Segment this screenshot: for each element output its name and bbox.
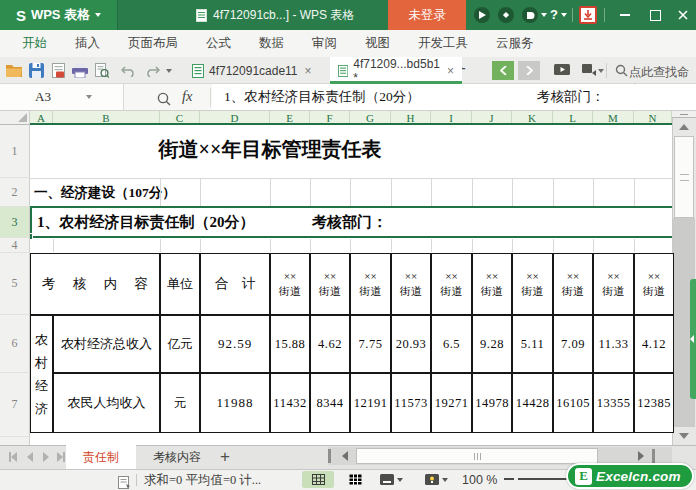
print-preview-icon[interactable]: [92, 61, 112, 80]
undo-icon[interactable]: [118, 61, 138, 80]
street-header-cell[interactable]: ××街道: [270, 253, 310, 315]
cell-a2-section[interactable]: 一、经济建设（107分）: [34, 180, 176, 206]
open-folder-icon[interactable]: [4, 61, 24, 80]
vertical-scroll-thumb[interactable]: [674, 136, 694, 218]
tab-list-icon[interactable]: [552, 61, 572, 80]
name-box-caret-icon[interactable]: [86, 95, 92, 99]
header-cell-total[interactable]: 合 计: [200, 253, 270, 315]
select-all-corner[interactable]: [0, 111, 30, 125]
row-header-4[interactable]: 4: [0, 238, 30, 253]
menu-item-视图[interactable]: 视图: [351, 30, 404, 57]
cell-a3-text[interactable]: 1、农村经济目标责任制（20分）: [37, 210, 255, 234]
close-button[interactable]: [670, 0, 696, 30]
normal-view-button[interactable]: [302, 471, 334, 488]
scroll-down-button[interactable]: [674, 429, 694, 443]
street-header-cell[interactable]: ××街道: [350, 253, 391, 315]
scroll-tabs-left-button[interactable]: [492, 61, 514, 80]
header-cell-unit[interactable]: 单位: [160, 253, 200, 315]
scrollbar-split-handle[interactable]: [672, 111, 696, 118]
menu-item-插入[interactable]: 插入: [61, 30, 114, 57]
street-header-cell[interactable]: ××街道: [512, 253, 553, 315]
cell-a1-title[interactable]: 街道××年目标管理责任表: [30, 133, 510, 165]
name-cell[interactable]: 农村经济总收入: [53, 315, 160, 373]
menu-item-公式[interactable]: 公式: [192, 30, 245, 57]
menu-item-云服务[interactable]: 云服务: [482, 30, 548, 57]
group-cell[interactable]: 农 村 经 济: [30, 315, 53, 433]
redo-icon[interactable]: [142, 61, 162, 80]
close-tab-icon[interactable]: ×: [305, 64, 312, 78]
value-cell[interactable]: 7.75: [350, 315, 391, 373]
street-header-cell[interactable]: ××街道: [553, 253, 593, 315]
street-header-cell[interactable]: ××街道: [391, 253, 431, 315]
manage-tabs-icon[interactable]: [579, 61, 599, 80]
upgrade-icon[interactable]: [498, 7, 514, 23]
document-tab-2[interactable]: 4f71209...bd5b1 *×: [330, 57, 462, 84]
cell-a3-dept-text[interactable]: 考核部门：: [312, 210, 387, 234]
export-pdf-icon[interactable]: [48, 61, 68, 80]
menu-item-数据[interactable]: 数据: [245, 30, 298, 57]
value-cell[interactable]: 9.28: [472, 315, 512, 373]
scroll-left-button[interactable]: [338, 450, 352, 462]
street-header-cell[interactable]: ××街道: [472, 253, 512, 315]
close-tab-icon[interactable]: ×: [447, 64, 454, 78]
add-sheet-button[interactable]: +: [220, 445, 230, 469]
total-cell[interactable]: 11988: [200, 373, 270, 433]
save-icon[interactable]: [26, 61, 46, 80]
first-sheet-icon[interactable]: [6, 451, 20, 463]
prev-sheet-icon[interactable]: [24, 451, 36, 463]
menu-item-开发工具[interactable]: 开发工具: [404, 30, 482, 57]
scroll-up-button[interactable]: [674, 120, 694, 134]
next-sheet-icon[interactable]: [40, 451, 52, 463]
menu-item-页面布局[interactable]: 页面布局: [114, 30, 192, 57]
total-cell[interactable]: 92.59: [200, 315, 270, 373]
minimize-button[interactable]: [612, 0, 638, 30]
feedback-icon[interactable]: [474, 7, 490, 23]
value-cell[interactable]: 11432: [270, 373, 310, 433]
value-cell[interactable]: 11573: [391, 373, 431, 433]
street-header-cell[interactable]: ××街道: [310, 253, 350, 315]
value-cell[interactable]: 11.33: [593, 315, 634, 373]
magnifier-icon[interactable]: [154, 89, 174, 108]
zoom-slider[interactable]: [518, 478, 568, 480]
row-header-2[interactable]: 2: [0, 178, 30, 207]
menu-item-开始[interactable]: 开始: [8, 30, 61, 57]
toolbar-more-caret-icon[interactable]: [166, 69, 172, 73]
value-cell[interactable]: 19271: [431, 373, 472, 433]
name-cell[interactable]: 农民人均收入: [53, 373, 160, 433]
header-cell-content[interactable]: 考 核 内 容: [30, 253, 160, 315]
app-menu-button[interactable]: S WPS 表格: [0, 0, 118, 30]
skin-caret-icon[interactable]: [541, 13, 547, 17]
side-panel-tab[interactable]: [690, 279, 696, 399]
row-header-3[interactable]: 3: [0, 207, 30, 238]
sheet-tab-考核内容[interactable]: 考核内容: [138, 445, 216, 469]
tab-splitter-right[interactable]: [652, 449, 655, 463]
print-icon[interactable]: [70, 61, 90, 80]
help-icon[interactable]: ?: [550, 7, 558, 22]
skin-icon[interactable]: [522, 7, 538, 23]
value-cell[interactable]: 4.12: [634, 315, 674, 373]
row-header-5[interactable]: 5: [0, 253, 30, 315]
value-cell[interactable]: 4.62: [310, 315, 350, 373]
value-cell[interactable]: 13355: [593, 373, 634, 433]
value-cell[interactable]: 15.88: [270, 315, 310, 373]
value-cell[interactable]: 7.09: [553, 315, 593, 373]
unit-cell[interactable]: 元: [160, 373, 200, 433]
street-header-cell[interactable]: ××街道: [593, 253, 634, 315]
zoom-out-button[interactable]: [504, 478, 514, 480]
manage-tabs-caret-icon[interactable]: [598, 69, 604, 73]
value-cell[interactable]: 12385: [634, 373, 674, 433]
insert-function-icon[interactable]: fx: [182, 88, 192, 105]
reading-mode-button[interactable]: [420, 471, 452, 488]
cell-name-box[interactable]: A3: [0, 84, 124, 110]
value-cell[interactable]: 16105: [553, 373, 593, 433]
maximize-button[interactable]: [642, 0, 668, 30]
row-header-7[interactable]: 7: [0, 373, 30, 437]
horizontal-scroll-thumb[interactable]: [356, 448, 598, 464]
value-cell[interactable]: 6.5: [431, 315, 472, 373]
value-cell[interactable]: 8344: [310, 373, 350, 433]
download-icon[interactable]: [579, 6, 597, 24]
document-tab-1[interactable]: 4f712091cade11×: [184, 57, 324, 84]
street-header-cell[interactable]: ××街道: [431, 253, 472, 315]
record-macro-icon[interactable]: [114, 473, 134, 490]
page-break-view-button[interactable]: [340, 471, 370, 488]
